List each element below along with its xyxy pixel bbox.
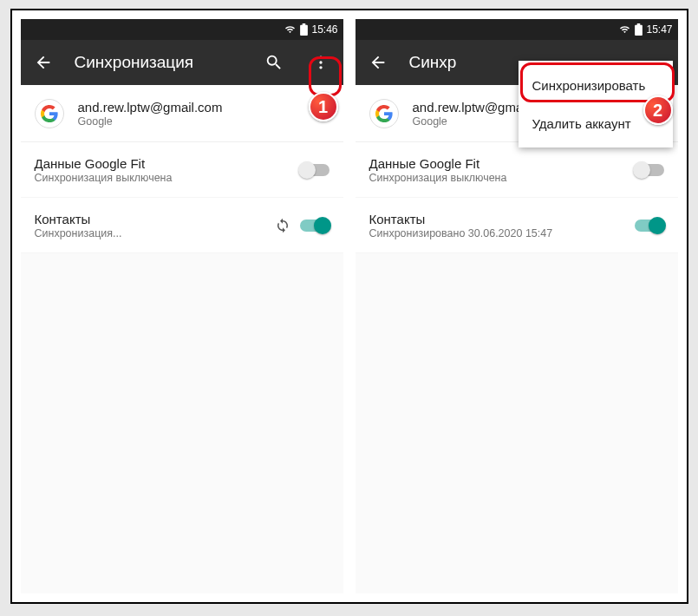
sync-item-sub: Синхронизация выключена bbox=[369, 172, 626, 184]
svg-point-0 bbox=[319, 56, 322, 59]
toggle-switch[interactable] bbox=[300, 220, 329, 232]
clock-text: 15:46 bbox=[311, 23, 337, 36]
sync-item-title: Данные Google Fit bbox=[35, 156, 291, 171]
arrow-back-icon bbox=[34, 53, 53, 72]
phone-left: 15:46 Синхронизация and.rew.lptw@gmail.c… bbox=[21, 19, 343, 593]
sync-item-contacts[interactable]: Контакты Синхронизация... bbox=[21, 198, 343, 253]
sync-item-title: Контакты bbox=[35, 212, 265, 226]
back-button[interactable] bbox=[362, 47, 394, 78]
battery-icon bbox=[300, 23, 308, 36]
more-vert-icon bbox=[312, 54, 329, 71]
phone-right: 15:47 Синхр and.rew.lptw@gmail.com Googl… bbox=[356, 19, 678, 593]
google-icon bbox=[35, 99, 64, 128]
callout-badge: 2 bbox=[643, 95, 673, 125]
back-button[interactable] bbox=[28, 47, 59, 78]
sync-progress-icon bbox=[274, 217, 291, 234]
search-icon bbox=[264, 53, 284, 72]
overflow-menu-button[interactable] bbox=[305, 47, 336, 78]
toggle-switch[interactable] bbox=[635, 220, 664, 232]
google-icon bbox=[369, 99, 399, 128]
account-email: and.rew.lptw@gmail.com bbox=[78, 100, 329, 115]
wifi-icon bbox=[618, 24, 631, 35]
sync-item-sub: Синхронизировано 30.06.2020 15:47 bbox=[369, 227, 626, 239]
toggle-switch[interactable] bbox=[635, 164, 664, 176]
sync-item-title: Контакты bbox=[369, 212, 626, 226]
wifi-icon bbox=[284, 24, 297, 35]
svg-point-2 bbox=[319, 66, 322, 69]
statusbar: 15:46 bbox=[21, 19, 343, 40]
statusbar: 15:47 bbox=[356, 19, 678, 40]
sync-item-sub: Синхронизация выключена bbox=[35, 172, 291, 184]
sync-item-sub: Синхронизация... bbox=[35, 227, 265, 239]
page-title: Синхронизация bbox=[75, 53, 243, 72]
appbar: Синхронизация bbox=[21, 40, 343, 85]
account-provider: Google bbox=[78, 115, 329, 128]
sync-item-contacts[interactable]: Контакты Синхронизировано 30.06.2020 15:… bbox=[356, 198, 678, 253]
sync-item-title: Данные Google Fit bbox=[369, 156, 626, 171]
clock-text: 15:47 bbox=[646, 23, 672, 36]
toggle-switch[interactable] bbox=[300, 164, 329, 176]
battery-icon bbox=[635, 23, 643, 36]
sync-item-google-fit[interactable]: Данные Google Fit Синхронизация выключен… bbox=[21, 142, 343, 198]
svg-point-1 bbox=[319, 61, 322, 63]
callout-badge: 1 bbox=[309, 92, 338, 121]
account-header[interactable]: and.rew.lptw@gmail.com Google bbox=[21, 85, 343, 142]
arrow-back-icon bbox=[369, 53, 388, 72]
search-button[interactable] bbox=[258, 47, 290, 78]
sync-item-google-fit[interactable]: Данные Google Fit Синхронизация выключен… bbox=[356, 142, 678, 198]
